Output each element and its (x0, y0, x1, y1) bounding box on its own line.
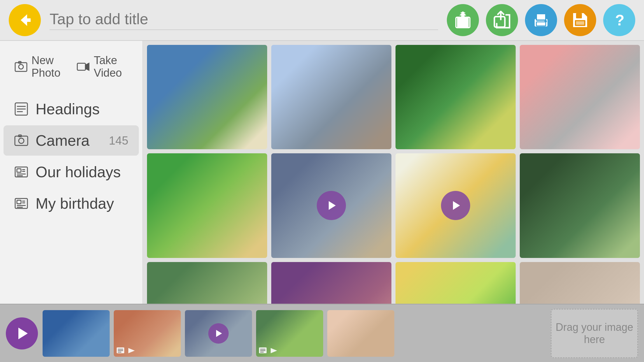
help-button[interactable]: ? (603, 4, 635, 36)
photo-cell-g11[interactable] (396, 262, 516, 304)
sidebar-item-our-holidays[interactable]: Our holidays (4, 157, 139, 187)
header-actions: ? (447, 4, 635, 36)
share-button2[interactable] (486, 4, 518, 36)
play-button-bottom[interactable] (6, 317, 38, 349)
photo-cell-g4[interactable] (520, 45, 640, 149)
sidebar-item-headings[interactable]: Headings (4, 94, 139, 124)
photo-cell-g3[interactable] (396, 45, 516, 149)
svg-rect-5 (536, 22, 546, 26)
svg-marker-43 (271, 348, 277, 353)
thumb-strip (43, 310, 546, 357)
thumb-item-t5[interactable] (327, 310, 394, 357)
svg-point-12 (19, 64, 23, 69)
sidebar-action-row: New Photo Take Video (0, 47, 142, 93)
thumb-item-t1[interactable] (43, 310, 110, 357)
play-overlay-g6 (271, 153, 391, 258)
camera-count: 145 (109, 134, 128, 147)
sidebar-item-camera[interactable]: Camera 145 (4, 125, 139, 156)
svg-rect-4 (536, 14, 546, 20)
svg-rect-2 (494, 17, 505, 27)
thumb-play-t3 (185, 310, 252, 357)
thumb-icons-t2 (116, 346, 136, 355)
svg-point-20 (19, 138, 24, 143)
new-photo-label: New Photo (32, 54, 65, 79)
bottom-strip: Drag your image here (0, 304, 644, 362)
take-video-button[interactable]: Take Video (71, 50, 134, 84)
share-button[interactable] (447, 4, 479, 36)
photo-cell-g6[interactable] (271, 153, 391, 258)
headings-label: Headings (36, 100, 128, 118)
new-photo-button[interactable]: New Photo (9, 50, 71, 84)
drag-drop-label: Drag your image here (552, 321, 637, 346)
camera-label: Camera (36, 132, 102, 149)
drag-drop-area[interactable]: Drag your image here (551, 309, 638, 358)
svg-text:?: ? (615, 12, 624, 29)
svg-rect-14 (77, 63, 85, 70)
svg-marker-38 (128, 348, 135, 353)
photo-grid (147, 45, 640, 304)
print-button[interactable] (525, 4, 557, 36)
sidebar-item-my-birthday[interactable]: My birthday (4, 188, 139, 219)
thumb-icons-t4 (258, 346, 278, 355)
svg-rect-9 (576, 21, 584, 25)
svg-rect-29 (17, 200, 21, 204)
svg-point-1 (461, 14, 465, 18)
thumb-item-t3[interactable] (185, 310, 252, 357)
photo-cell-g12[interactable] (520, 262, 640, 304)
photo-cell-g7[interactable] (396, 153, 516, 258)
photo-cell-g1[interactable] (147, 45, 267, 149)
svg-rect-19 (15, 136, 28, 145)
title-input[interactable] (50, 10, 438, 30)
svg-rect-7 (576, 13, 582, 18)
thumb-item-t4[interactable] (256, 310, 323, 357)
photo-cell-g9[interactable] (147, 262, 267, 304)
our-holidays-label: Our holidays (36, 163, 128, 181)
photo-cell-g10[interactable] (271, 262, 391, 304)
main-area: New Photo Take Video Headings (0, 41, 644, 304)
header: ? (0, 0, 644, 41)
my-birthday-label: My birthday (36, 195, 128, 212)
sidebar: New Photo Take Video Headings (0, 41, 143, 304)
photo-cell-g8[interactable] (520, 153, 640, 258)
photo-cell-g5[interactable] (147, 153, 267, 258)
thumb-item-t2[interactable] (114, 310, 181, 357)
photo-grid-area (143, 41, 644, 304)
svg-point-6 (545, 20, 547, 22)
photo-cell-g2[interactable] (271, 45, 391, 149)
play-overlay-g7 (396, 153, 516, 258)
take-video-label: Take Video (94, 54, 128, 79)
save-button[interactable] (564, 4, 596, 36)
svg-rect-23 (17, 169, 21, 172)
back-button[interactable] (9, 4, 41, 36)
